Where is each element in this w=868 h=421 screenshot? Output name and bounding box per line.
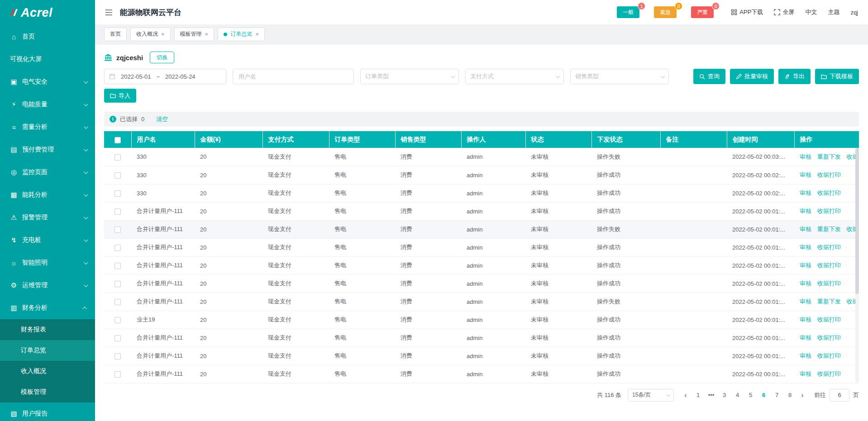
sidebar-subitem[interactable]: 订单总览 <box>0 340 95 361</box>
sidebar-item[interactable]: ▦ 能耗分析 <box>0 184 95 206</box>
sidebar-item[interactable]: ☼ 智能照明 <box>0 251 95 274</box>
alarm-severe-button[interactable]: 严重 0 <box>691 6 714 18</box>
audit-link[interactable]: 审核 <box>800 208 811 214</box>
fullscreen-button[interactable]: 全屏 <box>774 8 794 16</box>
sidebar-item[interactable]: ⚠ 报警管理 <box>0 206 95 229</box>
search-button[interactable]: 查询 <box>693 69 725 84</box>
download-template-button[interactable]: 下载模板 <box>815 69 859 84</box>
page-number[interactable]: 6 <box>758 389 770 402</box>
sidebar-subitem[interactable]: 财务报表 <box>0 319 95 340</box>
page-number[interactable]: 7 <box>771 389 783 402</box>
row-checkbox[interactable] <box>114 317 121 323</box>
redispatch-link[interactable]: 重新下发 <box>817 298 841 305</box>
redispatch-link[interactable]: 收据打印 <box>817 352 841 359</box>
alarm-urgent-button[interactable]: 紧急 0 <box>654 6 677 18</box>
sidebar-item[interactable]: ↯ 充电桩 <box>0 229 95 251</box>
sidebar-item[interactable]: ▤ 预付费管理 <box>0 138 95 161</box>
redispatch-link[interactable]: 收据打印 <box>817 316 841 323</box>
tab[interactable]: 订单总览 × <box>218 28 265 41</box>
row-checkbox[interactable] <box>114 263 121 269</box>
tab[interactable]: 首页 × <box>104 28 127 41</box>
row-checkbox[interactable] <box>114 353 121 360</box>
goto-page-input[interactable] <box>830 389 849 402</box>
redispatch-link[interactable]: 重新下发 <box>817 153 841 160</box>
redispatch-link[interactable]: 收据打印 <box>817 208 841 214</box>
redispatch-link[interactable]: 收据打印 <box>817 244 841 251</box>
row-checkbox[interactable] <box>114 172 121 179</box>
tab-close-icon[interactable]: × <box>161 31 165 37</box>
switch-account-button[interactable]: 切换 <box>150 52 174 63</box>
batch-audit-button[interactable]: 批量审核 <box>730 69 774 84</box>
alarm-general-button[interactable]: 一般 1 <box>617 6 639 18</box>
row-checkbox[interactable] <box>114 299 121 305</box>
username-input[interactable] <box>233 69 354 84</box>
page-number[interactable]: 4 <box>731 389 744 402</box>
audit-link[interactable]: 审核 <box>800 171 811 178</box>
redispatch-link[interactable]: 收据打印 <box>817 334 841 341</box>
audit-link[interactable]: 审核 <box>800 153 811 160</box>
page-number[interactable]: 8 <box>784 389 796 402</box>
theme-switch[interactable]: 主题 <box>828 8 839 16</box>
sale-type-select[interactable]: 销售类型 <box>570 69 669 84</box>
order-type-select[interactable]: 订单类型 <box>360 69 459 84</box>
tab-close-icon[interactable]: × <box>255 31 259 37</box>
redispatch-link[interactable]: 收据打印 <box>817 370 841 377</box>
sidebar-subitem[interactable]: 收入概况 <box>0 361 95 382</box>
redispatch-link[interactable]: 收据打印 <box>817 280 841 287</box>
export-button[interactable]: 导出 <box>778 69 811 84</box>
select-all-checkbox[interactable] <box>114 137 121 143</box>
row-checkbox[interactable] <box>114 190 121 197</box>
app-download-link[interactable]: APP下载 <box>731 8 763 16</box>
audit-link[interactable]: 审核 <box>800 316 811 323</box>
row-checkbox[interactable] <box>114 335 121 341</box>
redispatch-link[interactable]: 收据打印 <box>817 189 841 196</box>
tab[interactable]: 模板管理 × <box>174 28 215 41</box>
page-number[interactable]: 3 <box>718 389 730 402</box>
sidebar-item[interactable]: ⚡ 电能质量 <box>0 93 95 116</box>
sidebar-item[interactable]: ▣ 电气安全 <box>0 71 95 93</box>
row-checkbox[interactable] <box>114 208 121 215</box>
table-scrollbar-thumb[interactable] <box>855 148 859 294</box>
row-checkbox[interactable] <box>114 154 121 161</box>
redispatch-link[interactable]: 重新下发 <box>817 226 841 232</box>
audit-link[interactable]: 审核 <box>800 334 811 341</box>
audit-link[interactable]: 审核 <box>800 189 811 196</box>
date-range-picker[interactable]: 2022-05-01 ~ 2022-05-24 <box>104 69 226 84</box>
sidebar-item[interactable]: ⚙ 运维管理 <box>0 274 95 297</box>
page-number[interactable]: 5 <box>744 389 757 402</box>
audit-link[interactable]: 审核 <box>800 262 811 269</box>
row-checkbox[interactable] <box>114 371 121 378</box>
redispatch-link[interactable]: 收据打印 <box>817 171 841 178</box>
import-button[interactable]: 导入 <box>104 89 136 103</box>
sidebar-item[interactable]: ▧ 用户报告 <box>0 402 95 421</box>
row-checkbox[interactable] <box>114 245 121 251</box>
row-checkbox[interactable] <box>114 227 121 233</box>
next-page-button[interactable]: › <box>797 389 808 402</box>
sidebar-item[interactable]: 可视化大屏 <box>0 48 95 71</box>
prev-page-button[interactable]: ‹ <box>680 389 691 402</box>
user-menu[interactable]: zqj <box>850 9 858 16</box>
page-number[interactable]: 1 <box>692 389 704 402</box>
page-size-select[interactable]: 15条/页 <box>628 389 674 402</box>
sidebar-subitem[interactable]: 模板管理 <box>0 382 95 402</box>
audit-link[interactable]: 审核 <box>800 244 811 251</box>
tab[interactable]: 收入概况 × <box>130 28 171 41</box>
page-number[interactable]: ••• <box>705 389 717 402</box>
clear-selection-link[interactable]: 清空 <box>156 115 168 123</box>
collapse-sidebar-icon[interactable] <box>105 9 113 16</box>
row-checkbox[interactable] <box>114 281 121 287</box>
audit-link[interactable]: 审核 <box>800 298 811 305</box>
sidebar-item[interactable]: ⌂ 首页 <box>0 25 95 48</box>
redispatch-link[interactable]: 收据打印 <box>817 262 841 269</box>
audit-link[interactable]: 审核 <box>800 226 811 232</box>
language-switch[interactable]: 中文 <box>805 8 817 16</box>
sidebar-item[interactable]: ◎ 监控页面 <box>0 161 95 184</box>
audit-link[interactable]: 审核 <box>800 370 811 377</box>
sidebar-item[interactable]: ≈ 需量分析 <box>0 116 95 138</box>
audit-link[interactable]: 审核 <box>800 280 811 287</box>
tab-close-icon[interactable]: × <box>205 31 209 37</box>
cell-sale-type: 消费 <box>395 274 461 293</box>
audit-link[interactable]: 审核 <box>800 352 811 359</box>
pay-method-select[interactable]: 支付方式 <box>465 69 564 84</box>
sidebar-item[interactable]: ▥ 财务分析 <box>0 297 95 319</box>
